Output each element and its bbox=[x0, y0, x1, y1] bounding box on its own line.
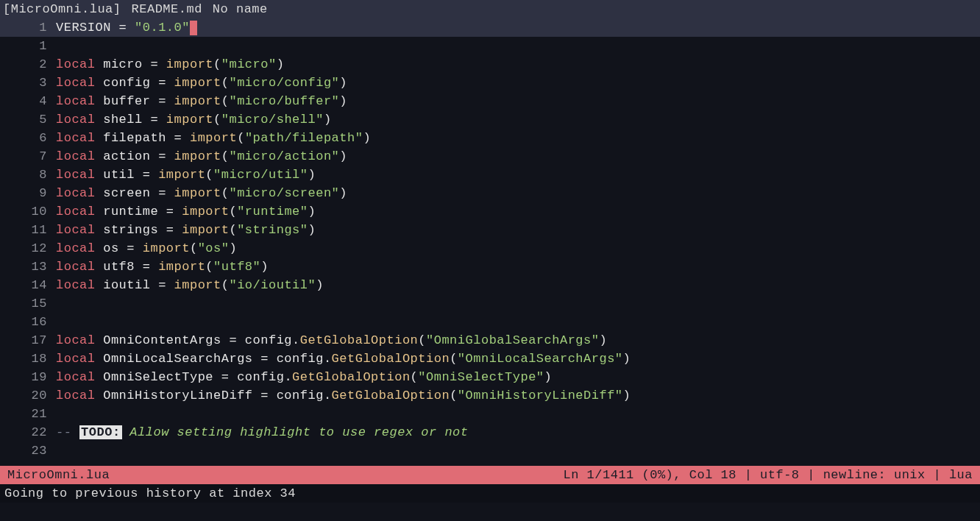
status-filename: MicroOmni.lua bbox=[7, 466, 564, 484]
code-line[interactable]: 7local action = import("micro/action") bbox=[0, 147, 980, 166]
message-text: Going to previous history at index 34 bbox=[4, 484, 296, 503]
code-line[interactable]: 6local filepath = import("path/filepath"… bbox=[0, 129, 980, 147]
code-line[interactable]: 19local OmniSelectType = config.GetGloba… bbox=[0, 368, 980, 386]
code-line[interactable]: 3local config = import("micro/config") bbox=[0, 74, 980, 92]
code-line[interactable]: 12local os = import("os") bbox=[0, 239, 980, 258]
line-number: 16 bbox=[7, 313, 56, 331]
code-content[interactable]: local OmniContentArgs = config.GetGlobal… bbox=[56, 331, 607, 350]
code-content[interactable]: local screen = import("micro/screen") bbox=[56, 184, 347, 202]
code-content[interactable]: local action = import("micro/action") bbox=[56, 147, 347, 166]
code-line[interactable]: 5local shell = import("micro/shell") bbox=[0, 110, 980, 129]
code-content[interactable]: local os = import("os") bbox=[56, 239, 237, 258]
code-line[interactable]: 23 bbox=[0, 442, 980, 460]
status-position: Ln 1/1411 (0%), Col 18 | utf-8 | newline… bbox=[564, 466, 973, 484]
line-number: 12 bbox=[7, 239, 56, 258]
code-line[interactable]: 15 bbox=[0, 294, 980, 313]
code-line[interactable]: 21 bbox=[0, 405, 980, 423]
code-line[interactable]: 10local runtime = import("runtime") bbox=[0, 202, 980, 221]
code-content[interactable]: local util = import("micro/util") bbox=[56, 166, 316, 184]
line-number: 20 bbox=[7, 386, 56, 405]
editor-area[interactable]: 1VERSION = "0.1.0"12local micro = import… bbox=[0, 18, 980, 466]
code-content[interactable]: local micro = import("micro") bbox=[56, 55, 284, 74]
code-line[interactable]: 4local buffer = import("micro/buffer") bbox=[0, 92, 980, 110]
line-number: 1 bbox=[7, 18, 56, 37]
code-content[interactable]: local ioutil = import("io/ioutil") bbox=[56, 276, 324, 294]
line-number: 5 bbox=[7, 110, 56, 129]
code-line[interactable]: 20local OmniHistoryLineDiff = config.Get… bbox=[0, 386, 980, 405]
code-content[interactable]: local filepath = import("path/filepath") bbox=[56, 129, 371, 147]
code-line[interactable]: 17local OmniContentArgs = config.GetGlob… bbox=[0, 331, 980, 350]
line-number: 11 bbox=[7, 221, 56, 239]
code-line[interactable]: 2local micro = import("micro") bbox=[0, 55, 980, 74]
line-number: 3 bbox=[7, 74, 56, 92]
line-number: 10 bbox=[7, 202, 56, 221]
line-number: 2 bbox=[7, 55, 56, 74]
code-line[interactable]: 8local util = import("micro/util") bbox=[0, 166, 980, 184]
line-number: 1 bbox=[7, 37, 56, 55]
tab-readme[interactable]: README.md bbox=[132, 0, 213, 18]
message-bar: Going to previous history at index 34 bbox=[0, 484, 980, 503]
code-content[interactable]: local OmniSelectType = config.GetGlobalO… bbox=[56, 368, 552, 386]
line-number: 23 bbox=[7, 442, 56, 460]
line-number: 13 bbox=[7, 258, 56, 276]
tab-noname[interactable]: No name bbox=[213, 0, 278, 18]
code-line[interactable]: 16 bbox=[0, 313, 980, 331]
line-number: 14 bbox=[7, 276, 56, 294]
tab-microomni[interactable]: [MicroOmni.lua] bbox=[3, 0, 132, 18]
code-content[interactable]: local shell = import("micro/shell") bbox=[56, 110, 332, 129]
cursor-icon bbox=[190, 21, 197, 35]
code-content[interactable]: local config = import("micro/config") bbox=[56, 74, 347, 92]
code-line[interactable]: 9local screen = import("micro/screen") bbox=[0, 184, 980, 202]
code-content[interactable]: local OmniHistoryLineDiff = config.GetGl… bbox=[56, 386, 631, 405]
line-number: 17 bbox=[7, 331, 56, 350]
line-number: 18 bbox=[7, 350, 56, 368]
line-number: 6 bbox=[7, 129, 56, 147]
code-content[interactable]: local OmniLocalSearchArgs = config.GetGl… bbox=[56, 350, 631, 368]
code-content[interactable]: local buffer = import("micro/buffer") bbox=[56, 92, 347, 110]
line-number: 19 bbox=[7, 368, 56, 386]
line-number: 8 bbox=[7, 166, 56, 184]
code-content[interactable]: local strings = import("strings") bbox=[56, 221, 316, 239]
tab-bar: [MicroOmni.lua] README.md No name bbox=[0, 0, 980, 18]
line-number: 15 bbox=[7, 294, 56, 313]
code-line[interactable]: 22-- TODO: Allow setting highlight to us… bbox=[0, 423, 980, 442]
code-line[interactable]: 13local utf8 = import("utf8") bbox=[0, 258, 980, 276]
status-bar: MicroOmni.lua Ln 1/1411 (0%), Col 18 | u… bbox=[0, 466, 980, 484]
code-line[interactable]: 11local strings = import("strings") bbox=[0, 221, 980, 239]
line-number: 22 bbox=[7, 423, 56, 442]
code-line[interactable]: 18local OmniLocalSearchArgs = config.Get… bbox=[0, 350, 980, 368]
line-number: 9 bbox=[7, 184, 56, 202]
code-line[interactable]: 1VERSION = "0.1.0" bbox=[0, 18, 980, 37]
code-line[interactable]: 1 bbox=[0, 37, 980, 55]
code-line[interactable]: 14local ioutil = import("io/ioutil") bbox=[0, 276, 980, 294]
code-content[interactable]: VERSION = "0.1.0" bbox=[56, 18, 197, 37]
code-content[interactable]: local utf8 = import("utf8") bbox=[56, 258, 269, 276]
code-content[interactable]: -- TODO: Allow setting highlight to use … bbox=[56, 423, 469, 442]
line-number: 21 bbox=[7, 405, 56, 423]
code-content[interactable]: local runtime = import("runtime") bbox=[56, 202, 316, 221]
line-number: 4 bbox=[7, 92, 56, 110]
line-number: 7 bbox=[7, 147, 56, 166]
